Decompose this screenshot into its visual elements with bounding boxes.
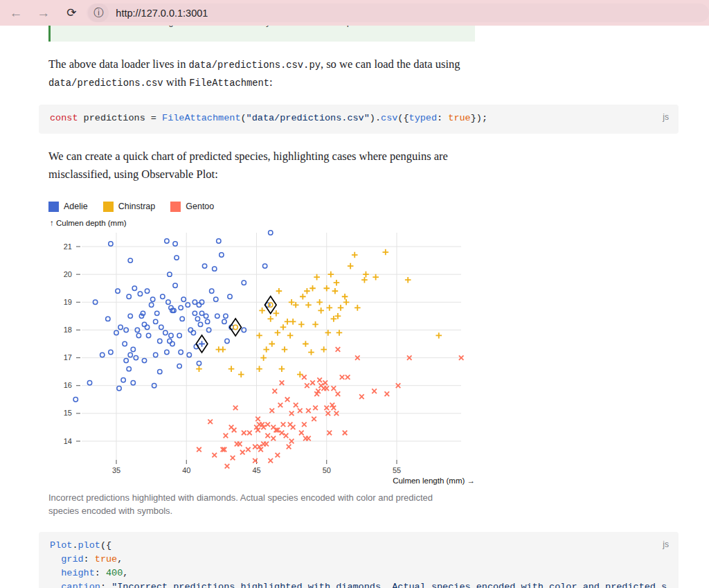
point-circle xyxy=(181,297,186,301)
point-times xyxy=(271,436,276,441)
point-plus xyxy=(260,355,267,362)
point-plus xyxy=(269,341,275,347)
point-plus xyxy=(273,310,280,317)
point-circle xyxy=(177,334,181,338)
point-times xyxy=(280,431,285,436)
point-times xyxy=(247,431,252,436)
point-times xyxy=(237,442,242,447)
point-times xyxy=(302,375,307,380)
url-text[interactable]: http://127.0.0.1:3001 xyxy=(116,8,208,19)
point-times xyxy=(299,431,304,436)
code-lines: Plot.plot({ grid: true, height: 400, cap… xyxy=(50,539,667,588)
point-plus xyxy=(280,324,287,330)
tick-label-y: 21 xyxy=(64,242,72,251)
back-icon[interactable]: ← xyxy=(6,6,26,21)
point-plus xyxy=(343,299,350,305)
point-circle xyxy=(195,317,199,321)
point-circle xyxy=(210,289,214,293)
point-times xyxy=(336,347,341,352)
code-block-fileattachment[interactable]: const predictions = FileAttachment("data… xyxy=(39,105,679,134)
series-times xyxy=(197,347,463,468)
point-circle xyxy=(173,242,177,246)
point-times xyxy=(359,395,364,400)
legend-entry-adelie: Adelie xyxy=(48,202,88,212)
point-plus xyxy=(256,366,262,373)
misclassified-points xyxy=(196,296,276,353)
point-times xyxy=(265,434,270,438)
point-plus xyxy=(361,277,368,283)
code-lines: const predictions = FileAttachment("data… xyxy=(50,112,667,125)
point-circle xyxy=(262,264,267,268)
point-times xyxy=(284,434,289,438)
point-times xyxy=(197,447,201,452)
point-plus xyxy=(405,277,411,283)
tick-label-y: 16 xyxy=(64,381,72,389)
point-plus xyxy=(196,366,202,373)
point-circle xyxy=(165,239,169,243)
legend-swatch xyxy=(48,202,59,212)
point-plus xyxy=(312,321,318,328)
point-plus xyxy=(263,346,269,353)
point-plus xyxy=(304,288,310,294)
point-circle xyxy=(269,303,273,307)
point-times xyxy=(225,464,230,469)
inline-code: FileAttachment xyxy=(189,78,269,89)
page-content: g y p The above data loader lives in dat… xyxy=(0,26,709,588)
text-run: : xyxy=(269,75,273,89)
point-times xyxy=(306,436,311,441)
point-times xyxy=(224,434,228,438)
point-circle xyxy=(123,342,127,346)
point-circle xyxy=(219,253,224,257)
point-circle xyxy=(131,381,135,385)
point-circle xyxy=(179,305,183,310)
point-circle xyxy=(128,314,132,318)
tick-label-y: 19 xyxy=(64,298,72,306)
point-circle xyxy=(192,311,197,315)
code-language-badge: js xyxy=(663,110,669,124)
site-info-button[interactable]: ⓘ xyxy=(88,3,109,22)
tick-label-x: 55 xyxy=(393,466,401,474)
point-circle xyxy=(217,239,221,243)
point-circle xyxy=(118,325,123,329)
point-circle xyxy=(142,359,146,363)
point-times xyxy=(231,456,235,461)
point-times xyxy=(278,403,283,408)
point-plus xyxy=(318,308,324,314)
point-circle xyxy=(158,370,162,374)
point-plus xyxy=(303,341,309,347)
point-circle xyxy=(163,331,168,335)
url-bar[interactable]: ⓘ http://127.0.0.1:3001 xyxy=(87,3,709,22)
point-circle xyxy=(117,386,121,391)
point-circle xyxy=(127,367,131,371)
output-callout-clipped: g y p xyxy=(48,26,475,42)
point-times xyxy=(385,392,390,397)
point-circle xyxy=(213,267,217,271)
point-times xyxy=(310,381,315,386)
forward-icon[interactable]: → xyxy=(33,6,54,21)
point-circle xyxy=(180,317,184,321)
point-times xyxy=(276,453,280,458)
point-plus xyxy=(259,308,265,314)
point-plus xyxy=(309,285,316,292)
point-plus xyxy=(383,249,389,256)
legend-swatch xyxy=(103,202,114,212)
reload-icon[interactable]: ⟳ xyxy=(62,6,82,20)
point-plus xyxy=(282,346,288,353)
point-circle xyxy=(191,331,195,335)
point-circle xyxy=(109,242,113,246)
chart-legend: AdelieChinstrapGentoo xyxy=(48,201,475,212)
point-times xyxy=(240,450,245,455)
point-times xyxy=(208,420,213,425)
code-block-plot[interactable]: Plot.plot({ grid: true, height: 400, cap… xyxy=(39,532,679,588)
point-plus xyxy=(335,313,341,319)
point-times xyxy=(273,389,278,394)
point-circle xyxy=(159,325,163,329)
point-circle xyxy=(154,319,158,323)
point-times xyxy=(281,422,286,427)
point-times xyxy=(264,442,269,447)
point-circle xyxy=(204,314,208,318)
point-circle xyxy=(131,348,135,352)
point-circle xyxy=(106,317,110,321)
point-times xyxy=(336,392,341,397)
point-circle xyxy=(73,398,78,402)
